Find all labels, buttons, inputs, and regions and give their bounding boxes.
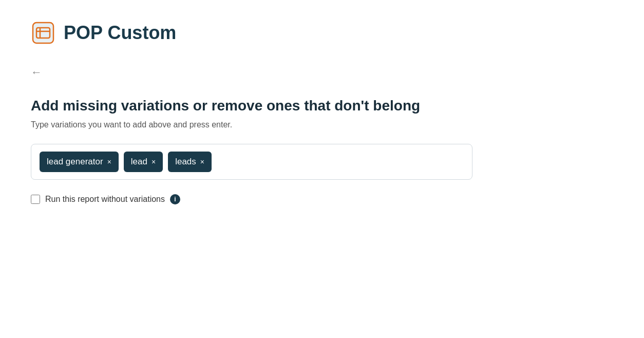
back-arrow-icon: ←: [31, 66, 42, 79]
section-heading: Add missing variations or remove ones th…: [31, 98, 442, 114]
checkbox-label-text: Run this report without variations: [45, 195, 165, 204]
info-icon[interactable]: i: [170, 194, 180, 204]
page-title: POP Custom: [64, 22, 176, 44]
tag-text-input[interactable]: [217, 157, 464, 166]
no-variations-checkbox[interactable]: [31, 195, 40, 204]
page-header: POP Custom: [31, 21, 613, 45]
section-subtext: Type variations you want to add above an…: [31, 120, 613, 129]
tag-remove-lead-generator[interactable]: ×: [107, 158, 111, 165]
tag-label: lead generator: [47, 157, 103, 167]
tag-remove-leads[interactable]: ×: [200, 158, 204, 165]
back-button[interactable]: ←: [31, 66, 42, 79]
tags-input-container[interactable]: lead generator × lead × leads ×: [31, 144, 472, 180]
no-variations-label[interactable]: Run this report without variations i: [45, 194, 180, 204]
tag-lead-generator: lead generator ×: [40, 152, 119, 172]
no-variations-row: Run this report without variations i: [31, 194, 613, 204]
pop-custom-icon: [31, 21, 55, 45]
tag-remove-lead[interactable]: ×: [151, 158, 156, 165]
tag-label: leads: [175, 157, 196, 167]
tag-leads: leads ×: [168, 152, 212, 172]
tag-lead: lead ×: [124, 152, 163, 172]
tag-label: lead: [131, 157, 147, 167]
